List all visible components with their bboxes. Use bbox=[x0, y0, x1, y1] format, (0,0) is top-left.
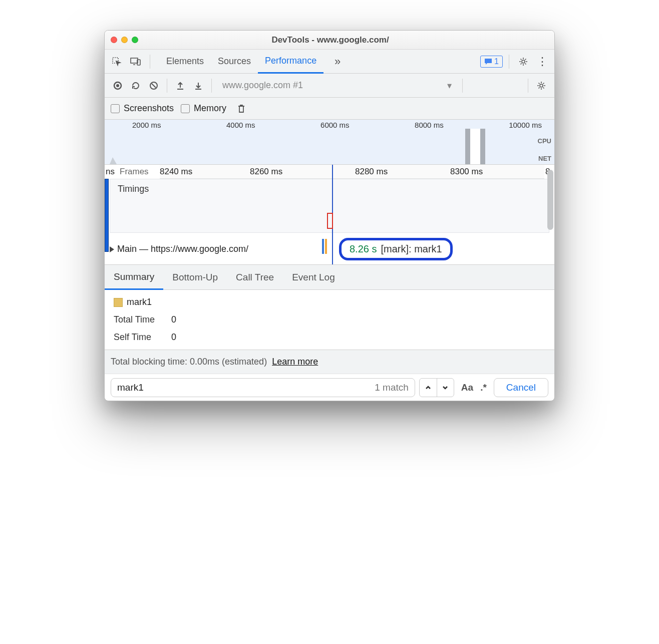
frames-row-label: Frames bbox=[120, 167, 149, 177]
expand-triangle-icon bbox=[110, 246, 114, 252]
tick: 8280 ms bbox=[355, 167, 388, 177]
selected-range-marker bbox=[327, 213, 333, 229]
tick: 8000 ms bbox=[415, 121, 444, 129]
overview-timeline[interactable]: 2000 ms 4000 ms 6000 ms 8000 ms 10000 ms… bbox=[105, 120, 554, 165]
separator bbox=[528, 79, 528, 93]
main-tab-row: Elements Sources Performance » 1 ⋮ bbox=[105, 50, 554, 74]
self-time-key: Self Time bbox=[114, 332, 169, 343]
tab-sources[interactable]: Sources bbox=[211, 50, 258, 73]
tab-bottom-up[interactable]: Bottom-Up bbox=[163, 265, 227, 289]
self-time-value: 0 bbox=[171, 332, 176, 342]
separator bbox=[509, 55, 509, 69]
tick: 8240 ms bbox=[160, 167, 192, 177]
overview-ticks: 2000 ms 4000 ms 6000 ms 8000 ms 10000 ms bbox=[105, 121, 554, 129]
tab-summary[interactable]: Summary bbox=[105, 265, 163, 290]
details-tabs: Summary Bottom-Up Call Tree Event Log bbox=[105, 265, 554, 290]
search-nav-buttons bbox=[419, 378, 454, 397]
download-icon[interactable] bbox=[190, 78, 206, 94]
issues-count: 1 bbox=[494, 57, 499, 66]
total-time-row: Total Time 0 bbox=[114, 314, 545, 325]
truncated-ms: ns bbox=[106, 167, 115, 177]
search-options: Aa .* bbox=[458, 382, 490, 393]
learn-more-link[interactable]: Learn more bbox=[272, 357, 318, 367]
inspect-element-icon[interactable] bbox=[109, 54, 125, 70]
marker-label: [mark]: mark1 bbox=[381, 243, 442, 255]
user-timing-marker[interactable]: 8.26 s [mark]: mark1 bbox=[339, 238, 453, 260]
blocking-time-text: Total blocking time: 0.00ms (estimated) bbox=[111, 357, 267, 367]
scrollbar-thumb[interactable] bbox=[547, 170, 553, 230]
separator bbox=[211, 79, 212, 93]
regex-toggle[interactable]: .* bbox=[480, 382, 487, 393]
svg-point-3 bbox=[522, 60, 525, 63]
tick: 6000 ms bbox=[320, 121, 350, 129]
record-icon[interactable] bbox=[110, 78, 126, 94]
category-swatch-icon bbox=[114, 298, 123, 307]
svg-point-7 bbox=[540, 84, 543, 87]
blocking-time-footer: Total blocking time: 0.00ms (estimated) … bbox=[105, 350, 554, 374]
clear-icon[interactable] bbox=[146, 78, 162, 94]
settings-gear-icon[interactable] bbox=[515, 54, 531, 70]
separator bbox=[167, 79, 167, 93]
search-match-count: 1 match bbox=[375, 382, 409, 393]
cpu-activity-wave bbox=[105, 152, 195, 164]
frame-bar bbox=[105, 179, 109, 252]
reload-icon[interactable] bbox=[128, 78, 144, 94]
main-thread-label: Main — https://www.google.com/ bbox=[117, 244, 248, 254]
checkbox-icon bbox=[111, 104, 120, 113]
marker-time: 8.26 s bbox=[350, 243, 377, 255]
task-sliver bbox=[325, 239, 327, 254]
svg-rect-1 bbox=[131, 58, 138, 63]
devtools-window: DevTools - www.google.com/ Elements Sour… bbox=[104, 30, 555, 401]
kebab-menu-icon[interactable]: ⋮ bbox=[534, 54, 550, 70]
search-bar: mark1 1 match Aa .* Cancel bbox=[105, 374, 554, 401]
perf-toolbar: www.google.com #1 ▾ bbox=[105, 74, 554, 98]
separator bbox=[150, 55, 150, 69]
tab-elements[interactable]: Elements bbox=[159, 50, 211, 73]
dropdown-caret-icon: ▾ bbox=[447, 80, 452, 91]
tick: 8260 ms bbox=[250, 167, 282, 177]
summary-panel: mark1 Total Time 0 Self Time 0 bbox=[105, 290, 554, 350]
window-title: DevTools - www.google.com/ bbox=[112, 35, 548, 45]
search-value: mark1 bbox=[117, 382, 144, 393]
total-time-key: Total Time bbox=[114, 314, 169, 325]
tick: 10000 ms bbox=[509, 121, 542, 129]
memory-label: Memory bbox=[194, 103, 226, 114]
main-tabs: Elements Sources Performance bbox=[159, 50, 323, 73]
event-name-text: mark1 bbox=[127, 297, 152, 307]
total-time-value: 0 bbox=[171, 314, 176, 325]
cpu-label: CPU bbox=[538, 137, 551, 145]
tab-performance[interactable]: Performance bbox=[258, 50, 323, 74]
match-case-toggle[interactable]: Aa bbox=[461, 382, 473, 393]
tab-event-log[interactable]: Event Log bbox=[283, 265, 344, 289]
tick: 4000 ms bbox=[226, 121, 255, 129]
more-tabs-icon[interactable]: » bbox=[330, 54, 346, 70]
range-handle-right[interactable] bbox=[480, 129, 485, 164]
main-thread-row[interactable]: Main — https://www.google.com/ bbox=[110, 244, 248, 254]
recording-select-value: www.google.com #1 bbox=[222, 80, 303, 91]
title-bar: DevTools - www.google.com/ bbox=[105, 31, 554, 50]
svg-point-5 bbox=[116, 84, 119, 87]
self-time-row: Self Time 0 bbox=[114, 332, 545, 343]
search-next-button[interactable] bbox=[437, 379, 454, 397]
tab-call-tree[interactable]: Call Tree bbox=[227, 265, 283, 289]
net-label: NET bbox=[538, 155, 551, 162]
search-prev-button[interactable] bbox=[420, 379, 437, 397]
issues-chip[interactable]: 1 bbox=[480, 56, 503, 68]
cancel-search-button[interactable]: Cancel bbox=[494, 378, 548, 397]
flame-chart[interactable]: ns Frames 8240 ms 8260 ms 8280 ms 8300 m… bbox=[105, 165, 554, 265]
tick: 8300 ms bbox=[450, 167, 483, 177]
garbage-collect-icon[interactable] bbox=[233, 101, 249, 117]
range-handle-left[interactable] bbox=[465, 129, 470, 164]
checkbox-icon bbox=[181, 104, 190, 113]
capture-settings-gear-icon[interactable] bbox=[533, 78, 549, 94]
recording-select[interactable]: www.google.com #1 ▾ bbox=[217, 77, 457, 94]
screenshots-label: Screenshots bbox=[124, 103, 174, 114]
memory-checkbox[interactable]: Memory bbox=[181, 103, 226, 114]
search-input[interactable]: mark1 1 match bbox=[111, 378, 415, 397]
device-toggle-icon[interactable] bbox=[128, 54, 144, 70]
capture-settings-row: Screenshots Memory bbox=[105, 98, 554, 120]
timings-row-label: Timings bbox=[118, 184, 149, 194]
screenshots-checkbox[interactable]: Screenshots bbox=[111, 103, 174, 114]
tick: 2000 ms bbox=[132, 121, 161, 129]
upload-icon[interactable] bbox=[172, 78, 188, 94]
